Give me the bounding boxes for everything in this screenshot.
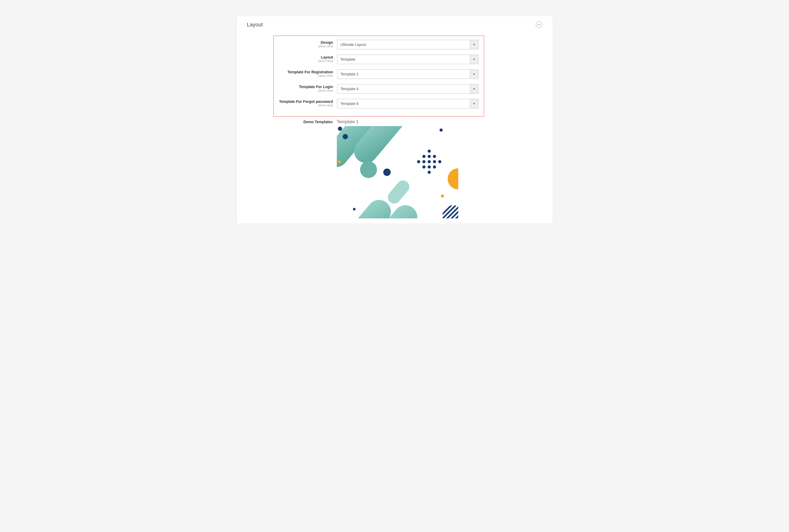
tpl-forgot-select[interactable]: Template 6	[337, 99, 479, 109]
svg-point-23	[428, 165, 431, 169]
chevron-down-icon	[473, 59, 475, 60]
panel-header: Layout	[247, 21, 542, 28]
tpl-login-value-col: Template 4	[337, 84, 479, 94]
tpl-reg-label-col: Template For Registration [store view]	[279, 69, 337, 77]
tpl-reg-row: Template For Registration [store view] T…	[279, 69, 479, 79]
svg-point-25	[428, 171, 431, 174]
chevron-down-icon	[473, 44, 475, 45]
tpl-reg-label: Template For Registration	[279, 70, 333, 74]
layout-label: Layout	[279, 55, 333, 59]
tpl-forgot-label: Template For Forgot password	[279, 99, 333, 104]
chevron-down-icon	[473, 88, 475, 90]
svg-point-12	[353, 208, 355, 210]
svg-point-19	[428, 160, 431, 163]
tpl-forgot-label-col: Template For Forgot password [store view…	[279, 99, 337, 107]
svg-point-13	[428, 150, 431, 153]
tpl-reg-value-col: Template 2	[337, 69, 479, 79]
collapse-button[interactable]	[536, 21, 542, 28]
tpl-reg-scope: [store view]	[279, 74, 333, 77]
demo-templates-label: Demo Templates	[279, 120, 333, 124]
design-value-col: Ultimate Layout	[337, 40, 479, 49]
design-scope: [store view]	[279, 44, 333, 48]
layout-select[interactable]: Template	[337, 55, 479, 64]
layout-row: Layout [store view] Template	[279, 55, 479, 64]
tpl-login-row: Template For Login [store view] Template…	[279, 84, 479, 94]
layout-select-arrow	[470, 55, 478, 64]
svg-point-7	[360, 161, 377, 178]
panel-title: Layout	[247, 22, 263, 28]
svg-point-21	[438, 160, 441, 163]
design-select[interactable]: Ultimate Layout	[337, 40, 479, 49]
tpl-login-scope: [store view]	[279, 89, 333, 92]
demo-templates-label-col: Demo Templates	[279, 119, 337, 124]
tpl-reg-select-value: Template 2	[337, 70, 470, 79]
tpl-login-select-arrow	[470, 84, 478, 93]
demo-templates-value-col: Template 1	[337, 119, 479, 218]
design-row: Design [store view] Ultimate Layout	[279, 40, 479, 49]
design-select-value: Ultimate Layout	[337, 40, 470, 49]
svg-point-22	[422, 165, 425, 169]
demo-templates-row: Demo Templates Template 1	[279, 119, 479, 218]
svg-point-28	[442, 205, 458, 218]
tpl-login-label: Template For Login	[279, 85, 333, 89]
svg-point-27	[441, 194, 444, 197]
svg-point-8	[338, 127, 342, 131]
layout-value-col: Template	[337, 55, 479, 64]
svg-point-9	[343, 134, 348, 139]
tpl-forgot-select-arrow	[470, 99, 478, 108]
svg-point-10	[383, 169, 391, 176]
tpl-reg-select[interactable]: Template 2	[337, 69, 479, 79]
tpl-forgot-row: Template For Forgot password [store view…	[279, 99, 479, 109]
tpl-forgot-scope: [store view]	[279, 104, 333, 107]
tpl-forgot-value-col: Template 6	[337, 99, 479, 109]
tpl-login-label-col: Template For Login [store view]	[279, 84, 337, 92]
demo-template-title: Template 1	[337, 119, 479, 125]
layout-scope: [store view]	[279, 59, 333, 62]
design-select-arrow	[470, 40, 478, 49]
tpl-forgot-select-value: Template 6	[337, 99, 470, 108]
design-label: Design	[279, 40, 333, 44]
svg-point-26	[440, 129, 443, 132]
demo-template-preview	[337, 126, 458, 218]
tpl-login-select-value: Template 4	[337, 84, 470, 93]
abstract-pattern-icon	[337, 126, 458, 218]
svg-rect-4	[337, 195, 396, 218]
svg-point-11	[338, 160, 341, 163]
svg-point-17	[417, 160, 420, 163]
svg-point-15	[428, 155, 431, 158]
tpl-login-select[interactable]: Template 4	[337, 84, 479, 94]
svg-point-16	[433, 155, 436, 158]
highlighted-settings-box: Design [store view] Ultimate Layout Layo…	[274, 36, 484, 117]
svg-point-20	[433, 160, 436, 163]
chevron-down-icon	[473, 74, 475, 75]
chevron-up-icon	[538, 24, 540, 25]
svg-rect-6	[385, 178, 412, 206]
layout-panel: Layout Design [store view] Ultimate Layo…	[236, 16, 553, 224]
design-label-col: Design [store view]	[279, 40, 337, 48]
layout-select-value: Template	[337, 55, 470, 64]
svg-point-18	[422, 160, 425, 163]
svg-point-14	[422, 155, 425, 158]
tpl-reg-select-arrow	[470, 70, 478, 79]
svg-point-24	[433, 165, 436, 169]
chevron-down-icon	[473, 103, 475, 104]
layout-label-col: Layout [store view]	[279, 55, 337, 62]
